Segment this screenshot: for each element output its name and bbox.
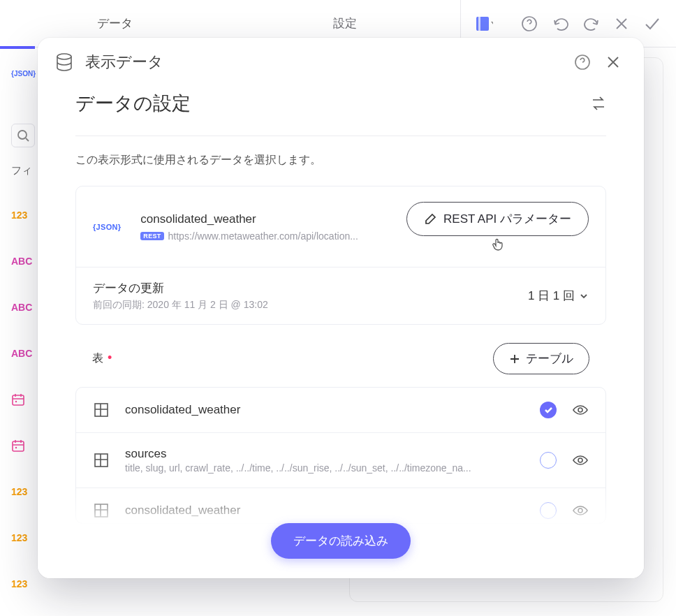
table-icon (93, 502, 110, 519)
svg-rect-10 (95, 404, 108, 416)
rest-badge: REST (140, 232, 163, 240)
load-data-button[interactable]: データの読み込み (271, 523, 411, 559)
modal: 表示データ データの設定 この表示形式に使用されるデータを選択します。 {JSO… (38, 38, 644, 578)
datasource-card: {JSON} consolidated_weather REST https:/… (75, 186, 606, 325)
table-list: consolidated_weather sources title, slug… (75, 387, 606, 524)
table-select-radio[interactable] (540, 502, 557, 519)
table-select-radio[interactable] (540, 452, 557, 469)
load-data-label: データの読み込み (293, 534, 388, 548)
add-table-button[interactable]: テーブル (493, 343, 589, 374)
table-icon (93, 452, 110, 469)
svg-rect-14 (95, 504, 108, 517)
visibility-icon[interactable] (572, 453, 589, 467)
table-row[interactable]: consolidated_weather (76, 487, 605, 523)
swap-icon[interactable] (591, 95, 606, 112)
table-row[interactable]: sources title, slug, url, crawl_rate, ..… (76, 432, 605, 487)
rest-api-params-button[interactable]: REST API パラメーター (406, 202, 589, 236)
tables-label: 表 (92, 351, 103, 366)
json-icon: {JSON} (93, 223, 121, 231)
svg-rect-12 (95, 454, 108, 467)
view-dropdown-icon[interactable] (476, 15, 493, 32)
refresh-last-sync: 前回の同期: 2020 年 11 月 2 日 @ 13:02 (93, 299, 528, 311)
table-columns: title, slug, url, crawl_rate, ../../time… (125, 462, 524, 474)
add-table-label: テーブル (526, 351, 573, 367)
svg-rect-0 (476, 17, 489, 31)
datasource-url: https://www.metaweather.com/api/location… (168, 230, 358, 242)
refresh-frequency-dropdown[interactable]: 1 日 1 回 (528, 288, 589, 304)
svg-point-3 (18, 131, 27, 139)
database-icon (54, 52, 74, 72)
datasource-name: consolidated_weather (140, 212, 406, 226)
undo-icon[interactable] (552, 15, 568, 32)
modal-help-icon[interactable] (573, 52, 592, 72)
table-name: consolidated_weather (125, 504, 524, 518)
svg-point-5 (15, 401, 17, 402)
svg-rect-6 (13, 441, 24, 451)
search-input[interactable] (11, 124, 35, 147)
refresh-frequency-label: 1 日 1 回 (528, 288, 575, 304)
modal-title: 表示データ (85, 52, 561, 73)
svg-rect-4 (13, 395, 24, 405)
modal-body: データの設定 この表示形式に使用されるデータを選択します。 {JSON} con… (38, 85, 644, 578)
tab-accent (0, 46, 35, 49)
svg-point-8 (57, 54, 71, 59)
visibility-icon[interactable] (572, 403, 589, 417)
cursor-hand-icon (492, 237, 504, 251)
table-icon (93, 402, 110, 418)
svg-point-15 (578, 508, 582, 513)
visibility-icon[interactable] (572, 504, 589, 518)
table-name: sources (125, 447, 524, 461)
svg-point-11 (578, 408, 582, 412)
section-title: データの設定 (75, 91, 591, 116)
help-icon[interactable] (521, 15, 538, 32)
modal-close-icon[interactable] (603, 52, 623, 72)
svg-point-13 (578, 458, 582, 462)
close-icon[interactable] (613, 15, 630, 32)
section-description: この表示形式に使用されるデータを選択します。 (75, 153, 606, 168)
redo-icon[interactable] (582, 15, 599, 32)
svg-point-7 (15, 447, 17, 448)
svg-rect-1 (478, 17, 480, 31)
refresh-label: データの更新 (93, 280, 528, 296)
rest-api-params-label: REST API パラメーター (443, 211, 571, 227)
refresh-row[interactable]: データの更新 前回の同期: 2020 年 11 月 2 日 @ 13:02 1 … (76, 267, 605, 324)
confirm-icon[interactable] (644, 15, 661, 32)
table-select-radio[interactable] (540, 402, 557, 418)
table-name: consolidated_weather (125, 403, 524, 417)
tab-data-label: データ (97, 15, 133, 31)
table-row[interactable]: consolidated_weather (76, 388, 605, 432)
tab-settings-label: 設定 (333, 15, 357, 31)
modal-titlebar: 表示データ (38, 38, 644, 85)
